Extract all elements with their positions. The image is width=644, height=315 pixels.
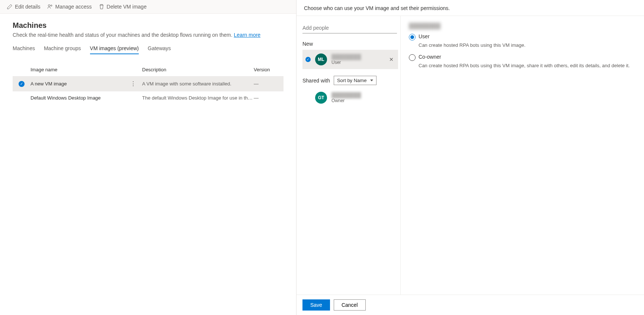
person-role: Owner	[331, 98, 395, 103]
panel-description: Choose who can use your VM image and set…	[297, 0, 644, 16]
tab-bar: Machines Machine groups VM images (previ…	[13, 45, 283, 54]
main-content: Edit details Manage access Delete VM ima…	[0, 0, 297, 315]
svg-point-0	[48, 5, 50, 7]
panel-footer: Save Cancel	[297, 295, 644, 315]
table-row[interactable]: Default Windows Desktop Image The defaul…	[13, 91, 283, 104]
new-label: New	[302, 41, 398, 47]
row-version: —	[254, 81, 283, 87]
page-header: Machines Check the real-time health and …	[0, 14, 296, 108]
col-version[interactable]: Version	[254, 67, 283, 72]
manage-access-panel: Choose who can use your VM image and set…	[297, 0, 644, 315]
radio-user[interactable]	[409, 34, 416, 40]
tab-machine-groups[interactable]: Machine groups	[44, 45, 81, 54]
delete-vm-label: Delete VM image	[107, 4, 147, 10]
person-row-new[interactable]: ✓ ML ████████ User ✕	[302, 50, 398, 69]
row-name: Default Windows Desktop Image	[31, 95, 142, 101]
perm-coowner-label: Co-owner	[419, 54, 441, 60]
permissions-title-blurred: ████████	[409, 23, 636, 29]
edit-icon	[7, 4, 13, 10]
permissions-column: ████████ User Can create hosted RPA bots…	[401, 16, 644, 295]
person-name-blurred: ████████	[331, 54, 383, 60]
delete-vm-button[interactable]: Delete VM image	[99, 4, 147, 10]
edit-details-label: Edit details	[15, 4, 40, 10]
col-image-name[interactable]: Image name	[31, 67, 142, 72]
page-title: Machines	[13, 21, 283, 30]
edit-details-button[interactable]: Edit details	[7, 4, 40, 10]
vm-images-table: Image name Description Version ✓ A new V…	[13, 63, 283, 104]
people-column: New ✓ ML ████████ User ✕ Shared with Sor…	[297, 16, 401, 295]
cancel-button[interactable]: Cancel	[334, 299, 366, 311]
person-name-blurred: ████████	[331, 92, 395, 98]
row-desc: The default Windows Desktop Image for us…	[142, 95, 254, 101]
trash-icon	[99, 4, 105, 10]
perm-user-label: User	[419, 33, 430, 39]
tab-vm-images[interactable]: VM images (preview)	[90, 45, 139, 54]
sort-select-value: Sort by Name	[337, 78, 366, 83]
learn-more-link[interactable]: Learn more	[234, 32, 261, 38]
radio-coowner[interactable]	[409, 54, 416, 61]
row-selected-icon[interactable]: ✓	[19, 81, 25, 87]
perm-user-desc: Can create hosted RPA bots using this VM…	[419, 42, 636, 49]
command-bar: Edit details Manage access Delete VM ima…	[0, 0, 296, 14]
table-header: Image name Description Version	[13, 63, 283, 76]
remove-person-button[interactable]: ✕	[388, 55, 395, 64]
svg-point-1	[51, 5, 52, 6]
avatar: GT	[315, 92, 327, 104]
save-button[interactable]: Save	[302, 299, 330, 311]
tab-gateways[interactable]: Gateways	[148, 45, 171, 54]
sort-select[interactable]: Sort by Name	[334, 76, 377, 85]
tab-machines[interactable]: Machines	[13, 45, 35, 54]
shared-with-label: Shared with	[302, 78, 330, 84]
person-role: User	[331, 60, 383, 65]
row-overflow-menu[interactable]: ⋮	[128, 80, 138, 87]
manage-access-label: Manage access	[55, 4, 92, 10]
perm-coowner-desc: Can create hosted RPA bots using this VM…	[419, 62, 636, 69]
page-description: Check the real-time health and status of…	[13, 32, 283, 38]
row-name: A new VM image	[31, 81, 67, 87]
people-icon	[47, 4, 53, 10]
add-people-input[interactable]	[302, 23, 397, 33]
row-desc: A VM image with some software installed.	[142, 81, 254, 87]
row-version: —	[254, 95, 283, 101]
table-row[interactable]: ✓ A new VM image ⋮ A VM image with some …	[13, 76, 283, 91]
col-description[interactable]: Description	[142, 67, 254, 72]
person-row-shared[interactable]: GT ████████ Owner	[302, 88, 398, 107]
manage-access-button[interactable]: Manage access	[47, 4, 92, 10]
avatar: ML	[315, 53, 327, 65]
person-selected-icon: ✓	[305, 57, 311, 62]
